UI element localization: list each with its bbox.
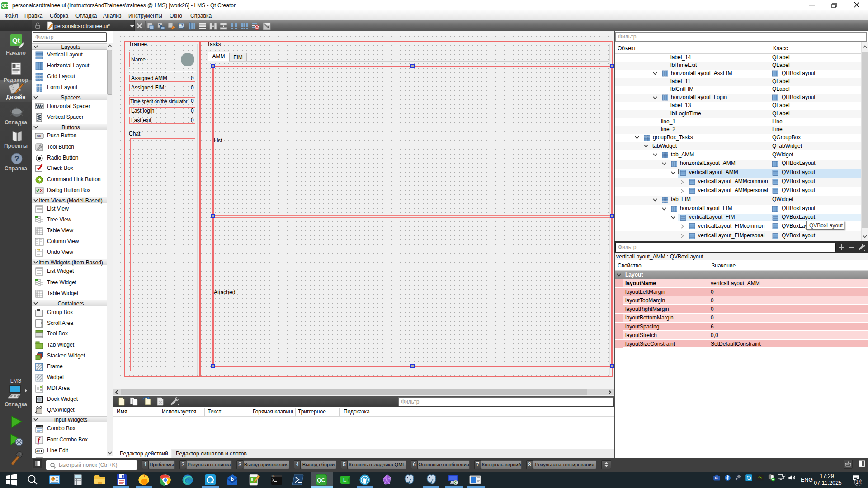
svg-text:b: b bbox=[231, 477, 234, 482]
svg-text:L: L bbox=[343, 477, 346, 483]
svg-text:C:\: C:\ bbox=[272, 475, 275, 477]
svg-text:123: 123 bbox=[179, 24, 183, 27]
svg-text:AB: AB bbox=[36, 450, 40, 453]
svg-text:Qt: Qt bbox=[12, 37, 20, 44]
svg-text:QC: QC bbox=[317, 477, 325, 483]
svg-text:?: ? bbox=[14, 155, 19, 163]
svg-text:17: 17 bbox=[716, 477, 718, 479]
svg-text:OK: OK bbox=[37, 135, 41, 138]
